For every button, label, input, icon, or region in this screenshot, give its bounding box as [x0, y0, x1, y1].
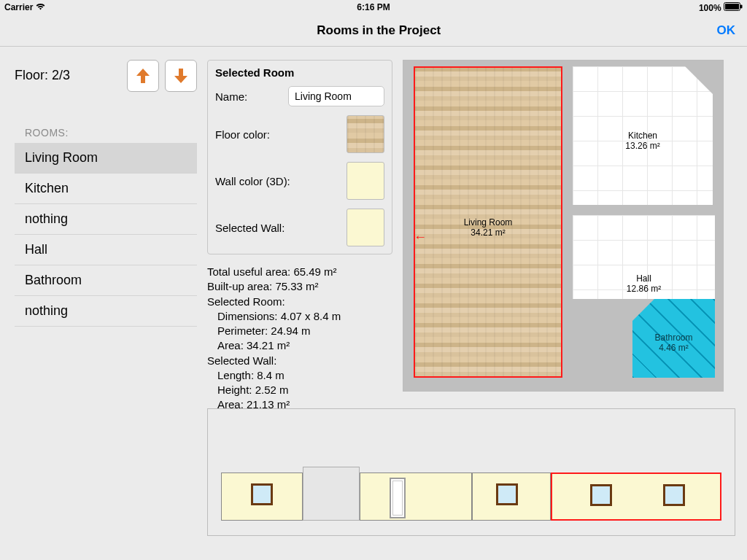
- room-item-kitchen[interactable]: Kitchen: [15, 174, 197, 204]
- wall-color-label: Wall color (3D):: [215, 175, 347, 187]
- panel-title: Selected Room: [215, 66, 384, 79]
- room-name-input[interactable]: [288, 86, 384, 106]
- floorplan[interactable]: Living Room34.21 m² ← Kitchen13.26 m² Ha…: [403, 60, 724, 392]
- window-icon: [251, 483, 273, 505]
- plan-room-living[interactable]: Living Room34.21 m² ←: [414, 66, 562, 378]
- carrier-label: Carrier: [4, 2, 33, 12]
- elev-wall-selected[interactable]: [551, 472, 721, 521]
- page-title: Rooms in the Project: [41, 23, 717, 38]
- elev-wall-1[interactable]: [221, 472, 303, 521]
- room-item-nothing-2[interactable]: nothing: [15, 296, 197, 327]
- selected-room-panel: Selected Room Name: Floor color: Wall co…: [207, 60, 392, 254]
- arrow-down-icon: [172, 67, 190, 85]
- clock: 6:16 PM: [357, 2, 390, 12]
- window-icon: [590, 484, 612, 506]
- room-list: Living Room Kitchen nothing Hall Bathroo…: [15, 143, 197, 327]
- wall-elevation[interactable]: [207, 408, 735, 536]
- plan-room-kitchen[interactable]: Kitchen13.26 m²: [573, 66, 713, 205]
- nav-bar: Rooms in the Project OK: [0, 15, 747, 47]
- wifi-icon: [36, 2, 45, 12]
- battery-text: 100%: [699, 3, 721, 13]
- floor-down-button[interactable]: [165, 60, 197, 92]
- floor-indicator: Floor: 2/3: [15, 68, 121, 84]
- plan-room-hall[interactable]: Hall12.86 m²: [573, 215, 715, 299]
- floor-color-label: Floor color:: [215, 128, 347, 141]
- elev-wall-2[interactable]: [303, 467, 360, 521]
- plan-room-bathroom[interactable]: Bathroom4.46 m²: [632, 299, 715, 378]
- floor-color-swatch[interactable]: [347, 115, 384, 153]
- room-item-nothing-1[interactable]: nothing: [15, 204, 197, 235]
- elev-wall-3[interactable]: [360, 472, 472, 521]
- battery-icon: [724, 3, 743, 13]
- room-item-hall[interactable]: Hall: [15, 235, 197, 265]
- selected-wall-swatch[interactable]: [347, 209, 384, 246]
- ok-button[interactable]: OK: [717, 23, 736, 38]
- arrow-up-icon: [134, 67, 152, 85]
- svg-rect-2: [740, 4, 743, 8]
- window-icon: [663, 484, 685, 506]
- name-label: Name:: [215, 90, 288, 103]
- status-bar: Carrier 6:16 PM 100%: [0, 0, 747, 15]
- floor-up-button[interactable]: [127, 60, 159, 92]
- rooms-header: ROOMS:: [15, 127, 197, 139]
- room-item-living-room[interactable]: Living Room: [15, 143, 197, 174]
- window-icon: [496, 483, 518, 505]
- svg-rect-1: [725, 4, 739, 9]
- wall-marker-icon: ←: [414, 230, 427, 245]
- wall-color-swatch[interactable]: [347, 162, 384, 200]
- selected-wall-label: Selected Wall:: [215, 222, 347, 234]
- door-icon: [390, 478, 406, 518]
- elev-wall-4[interactable]: [472, 472, 551, 521]
- room-item-bathroom[interactable]: Bathroom: [15, 265, 197, 296]
